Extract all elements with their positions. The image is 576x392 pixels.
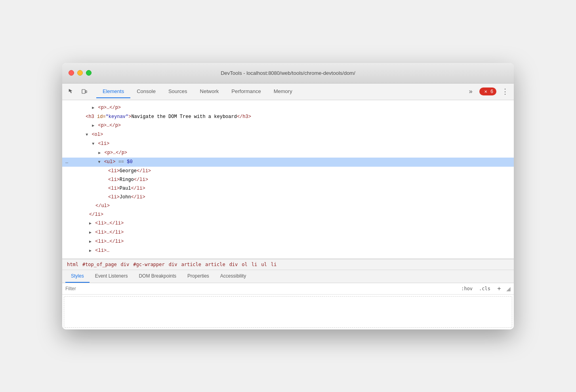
dom-tree-panel[interactable]: ▶ <p>…</p> <h3 id="keynav">Navigate the … xyxy=(62,100,514,259)
error-icon: ✕ xyxy=(483,88,489,95)
dom-line[interactable]: <li>George</li> xyxy=(62,167,514,175)
toolbar-right: » ✕ 6 ⋮ xyxy=(465,86,511,97)
inspect-icon[interactable] xyxy=(65,86,76,97)
minimize-button[interactable] xyxy=(77,70,83,76)
tab-network[interactable]: Network xyxy=(194,85,225,98)
tab-sources[interactable]: Sources xyxy=(162,85,194,98)
breadcrumb-li-2[interactable]: li xyxy=(269,261,278,268)
dom-line[interactable]: ▶ <li>…</li> xyxy=(62,237,514,246)
tag-text: <p>…</p> xyxy=(104,150,127,156)
expand-triangle[interactable]: ▶ xyxy=(92,106,94,110)
tab-properties[interactable]: Properties xyxy=(182,270,215,283)
breadcrumb-article-2[interactable]: article xyxy=(204,261,227,268)
dom-line[interactable]: ▼ <ol> xyxy=(62,130,514,139)
tag-text: <li> xyxy=(108,168,120,174)
dom-line[interactable]: ▶ <p>…</p> xyxy=(62,148,514,158)
tag-text: <li> xyxy=(108,177,120,183)
tab-elements[interactable]: Elements xyxy=(96,85,130,98)
window-title: DevTools - localhost:8080/web/tools/chro… xyxy=(221,70,355,76)
svg-rect-1 xyxy=(86,91,87,93)
traffic-lights xyxy=(69,70,92,76)
dots-indicator: … xyxy=(65,158,68,166)
breadcrumb-article-1[interactable]: article xyxy=(179,261,203,268)
dollar-zero: $0 xyxy=(127,159,132,165)
title-bar: DevTools - localhost:8080/web/tools/chro… xyxy=(62,63,514,84)
dom-line[interactable]: ▶ <li>…</li> xyxy=(62,228,514,237)
bottom-panel: Styles Event Listeners DOM Breakpoints P… xyxy=(62,270,514,329)
expand-triangle[interactable]: ▼ xyxy=(86,133,88,137)
more-tabs-button[interactable]: » xyxy=(465,86,476,97)
tab-accessibility[interactable]: Accessibility xyxy=(215,270,252,283)
styles-filter-bar: :hov .cls + ◢ xyxy=(62,283,514,295)
tag-text: <li> xyxy=(108,186,120,191)
cls-filter-button[interactable]: .cls xyxy=(477,285,492,292)
breadcrumb-top-of-page[interactable]: #top_of_page xyxy=(81,261,118,268)
breadcrumb-li-1[interactable]: li xyxy=(250,261,259,268)
devtools-window: DevTools - localhost:8080/web/tools/chro… xyxy=(62,63,514,329)
dom-line[interactable]: <li>John</li> xyxy=(62,193,514,202)
toolbar: Elements Console Sources Network Perform… xyxy=(62,84,514,100)
close-button[interactable] xyxy=(69,70,74,76)
expand-triangle[interactable]: ▼ xyxy=(98,160,100,164)
tag-text: <li> xyxy=(108,194,120,200)
breadcrumb-div-1[interactable]: div xyxy=(119,261,131,268)
tab-event-listeners[interactable]: Event Listeners xyxy=(90,270,134,283)
equals-sign: == xyxy=(118,159,127,165)
dom-line[interactable]: </li> xyxy=(62,210,514,219)
device-mode-icon[interactable] xyxy=(79,86,90,97)
expand-triangle[interactable]: ▶ xyxy=(89,240,92,244)
svg-rect-0 xyxy=(82,89,85,93)
error-badge[interactable]: ✕ 6 xyxy=(479,88,496,95)
tab-performance[interactable]: Performance xyxy=(225,85,267,98)
filter-buttons: :hov .cls + ◢ xyxy=(460,285,511,293)
tag-text: <ol> xyxy=(92,132,103,137)
breadcrumb-gc-wrapper[interactable]: #gc-wrapper xyxy=(132,261,166,268)
tag-text: <p>…</p> xyxy=(98,105,121,110)
breadcrumb-ol[interactable]: ol xyxy=(240,261,249,268)
tab-console[interactable]: Console xyxy=(130,85,162,98)
breadcrumb-div-3[interactable]: div xyxy=(228,261,240,268)
dom-line[interactable]: ▶ <p>…</p> xyxy=(62,121,514,130)
hov-filter-button[interactable]: :hov xyxy=(460,285,474,292)
tag-text: <li> xyxy=(98,141,109,147)
dom-line[interactable]: ▶ <li>…</li> xyxy=(62,219,514,228)
tab-dom-breakpoints[interactable]: DOM Breakpoints xyxy=(133,270,182,283)
toolbar-icons xyxy=(65,86,90,97)
expand-triangle[interactable]: ▶ xyxy=(92,124,94,128)
expand-triangle[interactable]: ▶ xyxy=(89,221,92,226)
tab-memory[interactable]: Memory xyxy=(267,85,299,98)
expand-triangle[interactable]: ▶ xyxy=(89,249,92,253)
tag-text: <li>…</li> xyxy=(95,221,124,226)
maximize-button[interactable] xyxy=(86,70,92,76)
tag-text: <li>… xyxy=(95,248,109,253)
styles-filter-input[interactable] xyxy=(65,286,460,291)
breadcrumb-html[interactable]: html xyxy=(65,261,80,268)
breadcrumb-div-2[interactable]: div xyxy=(167,261,179,268)
dom-line[interactable]: <li>Ringo</li> xyxy=(62,175,514,184)
dom-line[interactable]: <h3 id="keynav">Navigate the DOM Tree wi… xyxy=(62,112,514,121)
dom-line[interactable]: ▶ <p>…</p> xyxy=(62,103,514,112)
breadcrumb-ul[interactable]: ul xyxy=(259,261,268,268)
tag-text: <p>…</p> xyxy=(98,123,121,128)
tag-text: </ul> xyxy=(95,203,110,209)
error-count: 6 xyxy=(490,89,493,94)
expand-triangle[interactable]: ▼ xyxy=(92,142,94,146)
add-style-button[interactable]: + xyxy=(495,285,503,293)
tab-bar: Elements Console Sources Network Perform… xyxy=(96,85,299,98)
tag-text: <ul> xyxy=(104,159,116,165)
devtools-menu-button[interactable]: ⋮ xyxy=(500,86,511,97)
expand-triangle[interactable]: ▶ xyxy=(89,230,92,235)
dom-line[interactable]: ▶ <li>… xyxy=(62,246,514,255)
dom-line[interactable]: ▼ <li> xyxy=(62,139,514,148)
tag-text: <li>…</li> xyxy=(95,230,124,235)
bottom-tab-bar: Styles Event Listeners DOM Breakpoints P… xyxy=(62,270,514,283)
dom-line-selected[interactable]: … ▼ <ul> == $0 xyxy=(62,158,514,167)
dom-line[interactable]: <li>Paul</li> xyxy=(62,184,514,193)
resize-handle[interactable]: ◢ xyxy=(506,285,511,292)
breadcrumb-bar: html #top_of_page div #gc-wrapper div ar… xyxy=(62,259,514,270)
tag-text: <li>…</li> xyxy=(95,239,124,244)
dom-line[interactable]: </ul> xyxy=(62,202,514,210)
expand-triangle[interactable]: ▶ xyxy=(98,151,101,155)
tab-styles[interactable]: Styles xyxy=(65,270,90,283)
tag-text: </li> xyxy=(89,212,103,217)
